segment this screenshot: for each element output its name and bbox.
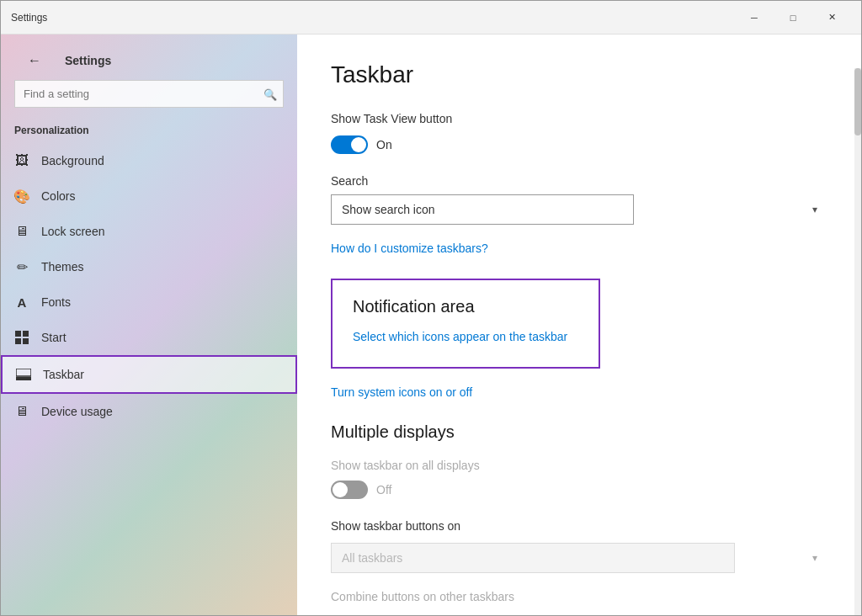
system-icons-link[interactable]: Turn system icons on or off [331,385,827,399]
select-icons-link[interactable]: Select which icons appear on the taskbar [353,330,578,343]
notification-area-title: Notification area [353,297,578,316]
task-view-toggle[interactable] [331,135,368,154]
themes-icon: ✏ [14,259,29,274]
title-bar-text: Settings [11,12,735,24]
sidebar-item-label: Device usage [41,405,113,418]
sidebar-item-taskbar[interactable]: Taskbar [1,355,297,394]
title-bar: Settings ─ □ ✕ [1,1,861,35]
task-view-toggle-row: On [331,135,827,154]
scrollbar-track[interactable] [854,68,861,615]
search-input[interactable] [14,80,284,108]
multiple-displays-toggle-row: Off [331,481,827,499]
personalization-label: Personalization [1,121,297,143]
sidebar-item-label: Start [41,331,67,344]
search-box-container: 🔍 [14,80,284,108]
multiple-displays-toggle[interactable] [331,481,368,499]
multiple-displays-header: Multiple displays [331,422,827,442]
search-dropdown[interactable]: Show search icon Show search box Hidden [331,194,634,225]
search-icon: 🔍 [263,88,277,100]
show-taskbar-all-label: Show taskbar on all displays [331,459,827,472]
minimize-button[interactable]: ─ [735,5,774,30]
sidebar-item-label: Taskbar [43,368,84,381]
sidebar-app-title: Settings [65,54,111,67]
taskbar-buttons-dropdown[interactable]: All taskbars Taskbar where window is ope… [331,543,735,573]
toggle-on-label: On [376,138,392,151]
sidebar: ← Settings 🔍 Personalization 🖼 Backgroun… [1,35,297,615]
sidebar-item-start[interactable]: Start [1,320,297,355]
svg-rect-4 [16,377,31,380]
toggle-knob-off [333,482,348,497]
sidebar-item-colors[interactable]: 🎨 Colors [1,178,297,214]
toggle-off-label: Off [376,483,391,497]
svg-rect-2 [15,338,21,344]
page-title: Taskbar [331,61,827,88]
lockscreen-icon: 🖥 [14,224,29,239]
main-panel: Taskbar Show Task View button On Search … [297,35,861,615]
fonts-icon: A [14,295,29,310]
taskbar-buttons-dropdown-wrap: All taskbars Taskbar where window is ope… [331,543,827,573]
show-taskbar-buttons-label: Show taskbar buttons on [331,519,827,533]
start-icon [14,330,29,345]
deviceusage-icon: 🖥 [14,404,29,419]
taskbar-icon [16,367,31,382]
svg-rect-0 [15,331,21,337]
combine-buttons-label: Combine buttons on other taskbars [331,590,827,603]
toggle-knob [351,137,366,152]
sidebar-item-background[interactable]: 🖼 Background [1,143,297,178]
customize-taskbars-link[interactable]: How do I customize taskbars? [331,242,827,255]
svg-rect-3 [23,338,29,344]
sidebar-item-themes[interactable]: ✏ Themes [1,249,297,284]
search-dropdown-wrap: Show search icon Show search box Hidden … [331,194,827,225]
back-arrow-icon: ← [28,53,41,68]
sidebar-item-fonts[interactable]: A Fonts [1,284,297,320]
colors-icon: 🎨 [14,189,29,204]
sidebar-item-label: Themes [41,260,84,273]
close-button[interactable]: ✕ [812,5,851,30]
sidebar-item-label: Background [41,154,104,167]
sidebar-item-label: Colors [41,189,75,203]
window-controls: ─ □ ✕ [735,5,851,30]
sidebar-item-label: Lock screen [41,225,104,238]
settings-window: Settings ─ □ ✕ ← Settings 🔍 Personalizat… [0,0,862,616]
background-icon: 🖼 [14,153,29,168]
scrollbar-thumb[interactable] [854,68,861,135]
maximize-button[interactable]: □ [774,5,812,30]
content-area: ← Settings 🔍 Personalization 🖼 Backgroun… [1,35,861,615]
sidebar-item-lockscreen[interactable]: 🖥 Lock screen [1,214,297,249]
back-button[interactable]: ← [14,43,65,78]
svg-rect-1 [23,331,29,337]
disabled-dropdown-chevron-icon: ▾ [812,552,817,564]
dropdown-chevron-icon: ▾ [812,204,817,215]
sidebar-item-label: Fonts [41,295,71,309]
search-section-label: Search [331,174,827,188]
show-task-view-label: Show Task View button [331,112,827,125]
sidebar-item-deviceusage[interactable]: 🖥 Device usage [1,394,297,429]
notification-area-box: Notification area Select which icons app… [331,279,600,369]
svg-rect-5 [16,369,31,376]
